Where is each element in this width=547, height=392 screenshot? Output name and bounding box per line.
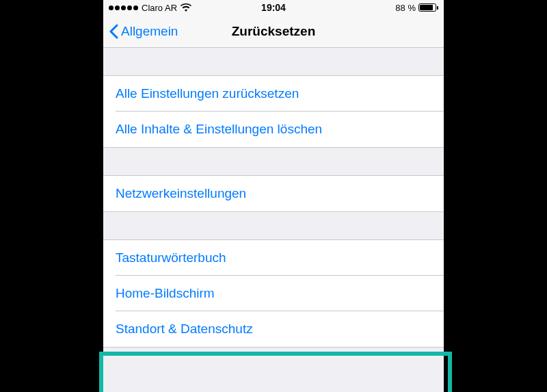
navigation-bar: Allgemein Zurücksetzen: [103, 15, 444, 48]
carrier-label: Claro AR: [142, 3, 177, 13]
settings-group-2: Netzwerkeinstellungen: [103, 175, 444, 212]
reset-keyboard-dictionary[interactable]: Tastaturwörterbuch: [103, 240, 444, 276]
section-gap: [103, 148, 444, 175]
signal-strength-icon: [109, 5, 138, 10]
battery-percentage: 88 %: [395, 3, 416, 13]
reset-location-privacy[interactable]: Standort & Datenschutz: [103, 311, 444, 347]
phone-screen: Claro AR 19:04 88 % Allgemein Zurücksetz…: [103, 0, 444, 392]
back-button[interactable]: Allgemein: [109, 24, 178, 39]
section-gap: [103, 212, 444, 239]
reset-network-settings[interactable]: Netzwerkeinstellungen: [103, 176, 444, 211]
reset-home-screen[interactable]: Home-Bildschirm: [103, 276, 444, 311]
chevron-left-icon: [109, 24, 118, 39]
reset-all-settings[interactable]: Alle Einstellungen zurücksetzen: [103, 76, 444, 112]
status-bar: Claro AR 19:04 88 %: [103, 0, 444, 15]
section-gap: [103, 48, 444, 75]
battery-icon: [418, 3, 438, 12]
status-time: 19:04: [261, 2, 286, 13]
settings-group-1: Alle Einstellungen zurücksetzen Alle Inh…: [103, 75, 444, 148]
wifi-icon: [181, 3, 191, 12]
page-title: Zurücksetzen: [232, 24, 315, 39]
erase-all-content[interactable]: Alle Inhalte & Einstellungen löschen: [103, 112, 444, 147]
status-left: Claro AR: [109, 3, 191, 13]
back-label: Allgemein: [121, 24, 178, 39]
settings-group-3: Tastaturwörterbuch Home-Bildschirm Stand…: [103, 239, 444, 348]
status-right: 88 %: [395, 3, 438, 13]
